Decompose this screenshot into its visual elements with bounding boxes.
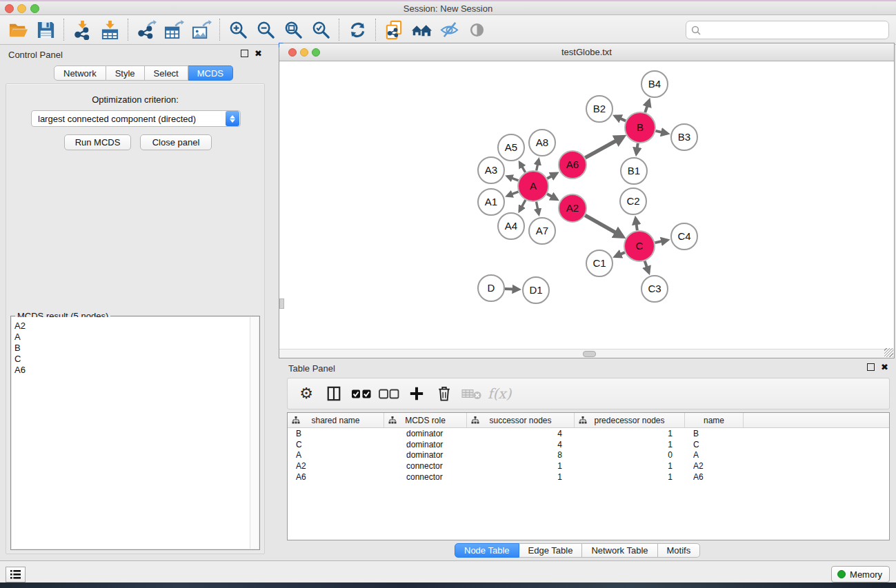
- cell-MCDS-role[interactable]: dominator: [384, 450, 467, 460]
- node-A2[interactable]: A2: [559, 194, 586, 222]
- float-table-panel-icon[interactable]: [867, 363, 875, 371]
- node-B4[interactable]: B4: [641, 71, 668, 97]
- table-row[interactable]: A6connector11A6: [288, 472, 889, 483]
- import-network-button[interactable]: [70, 18, 94, 41]
- cell-MCDS-role[interactable]: dominator: [384, 429, 467, 438]
- run-mcds-button[interactable]: Run MCDS: [64, 134, 131, 150]
- mcds-result-item[interactable]: A6: [14, 365, 259, 376]
- node-A7[interactable]: A7: [529, 218, 555, 244]
- copy-network-to-clipboard-button[interactable]: [382, 18, 406, 41]
- column-header-successor-nodes[interactable]: successor nodes: [467, 413, 575, 427]
- home-button[interactable]: [410, 18, 433, 41]
- node-D1[interactable]: D1: [523, 277, 549, 303]
- tab-mcds[interactable]: MCDS: [188, 65, 233, 81]
- cell-successor-nodes[interactable]: 4: [467, 429, 575, 438]
- edge-B-B1[interactable]: [637, 143, 638, 154]
- tab-select[interactable]: Select: [145, 65, 188, 81]
- zoom-out-button[interactable]: [254, 18, 277, 41]
- node-B1[interactable]: B1: [621, 158, 647, 184]
- mcds-result-list[interactable]: A2ABCA6: [12, 317, 259, 549]
- cell-shared-name[interactable]: A: [288, 450, 384, 460]
- show-tasks-button[interactable]: [6, 567, 26, 582]
- table-row[interactable]: Bdominator41B: [288, 428, 889, 439]
- cell-name[interactable]: B: [685, 429, 744, 438]
- open-file-button[interactable]: [6, 18, 30, 41]
- cell-name[interactable]: A6: [685, 472, 744, 482]
- delete-column-button[interactable]: [432, 382, 456, 405]
- horizontal-scrollbar[interactable]: [279, 349, 894, 358]
- select-all-columns-button[interactable]: [350, 382, 373, 405]
- node-A3[interactable]: A3: [478, 157, 504, 183]
- edge-A-A8[interactable]: [537, 159, 539, 170]
- edge-A-A7[interactable]: [537, 202, 539, 214]
- unselect-all-columns-button[interactable]: [377, 382, 401, 405]
- save-session-button[interactable]: [34, 18, 57, 41]
- edge-A-A2[interactable]: [547, 194, 557, 199]
- node-C[interactable]: C: [624, 231, 655, 261]
- node-C4[interactable]: C4: [671, 223, 697, 250]
- table-row[interactable]: Cdominator41C: [288, 439, 889, 450]
- cell-shared-name[interactable]: A6: [288, 472, 384, 482]
- tab-edge-table[interactable]: Edge Table: [519, 543, 583, 558]
- cell-successor-nodes[interactable]: 1: [467, 472, 575, 482]
- edge-A-A4[interactable]: [519, 200, 526, 211]
- memory-button[interactable]: Memory: [831, 566, 890, 582]
- close-panel-icon[interactable]: ✖: [255, 50, 262, 57]
- network-window-titlebar[interactable]: testGlobe.txt: [279, 43, 894, 61]
- zoom-fit-button[interactable]: [281, 18, 305, 41]
- node-A8[interactable]: A8: [529, 130, 555, 156]
- search-field[interactable]: [686, 21, 889, 39]
- edge-D-D1[interactable]: [505, 289, 519, 290]
- cell-predecessor-nodes[interactable]: 1: [575, 461, 685, 471]
- cell-shared-name[interactable]: A2: [288, 461, 384, 471]
- result-scrollbar[interactable]: [250, 317, 259, 549]
- node-A4[interactable]: A4: [498, 213, 524, 239]
- edge-C-C2[interactable]: [635, 219, 637, 230]
- refresh-button[interactable]: [346, 18, 369, 41]
- table-row[interactable]: Adominator80A: [288, 450, 889, 461]
- close-table-panel-icon[interactable]: ✖: [881, 363, 888, 371]
- cell-shared-name[interactable]: B: [288, 429, 384, 438]
- cell-successor-nodes[interactable]: 1: [467, 461, 575, 471]
- edge-C-C3[interactable]: [645, 261, 649, 273]
- cell-predecessor-nodes[interactable]: 0: [575, 450, 685, 460]
- column-header-shared-name[interactable]: shared name: [288, 413, 384, 427]
- edge-A-A5[interactable]: [519, 163, 525, 172]
- mcds-result-item[interactable]: C: [14, 354, 259, 365]
- close-panel-button[interactable]: Close panel: [140, 134, 212, 150]
- node-A1[interactable]: A1: [478, 189, 504, 215]
- vertical-scroll-thumb[interactable]: [279, 298, 284, 309]
- node-A5[interactable]: A5: [498, 134, 524, 161]
- toggle-panel-columns-button[interactable]: [322, 382, 346, 405]
- mcds-result-item[interactable]: A2: [14, 321, 259, 332]
- node-B3[interactable]: B3: [671, 124, 697, 150]
- table-row[interactable]: A2connector11A2: [288, 460, 889, 472]
- cell-shared-name[interactable]: C: [288, 440, 384, 449]
- add-column-button[interactable]: [405, 382, 428, 405]
- node-A6[interactable]: A6: [559, 151, 586, 179]
- tab-network[interactable]: Network: [54, 65, 106, 81]
- hide-network-button[interactable]: [437, 18, 461, 41]
- optimization-criterion-dropdown[interactable]: largest connected component (directed): [31, 110, 241, 127]
- show-graphics-details-button[interactable]: [465, 18, 488, 41]
- edge-C-C4[interactable]: [655, 240, 667, 243]
- cell-predecessor-nodes[interactable]: 1: [575, 429, 685, 438]
- tab-network-table[interactable]: Network Table: [582, 543, 657, 558]
- cell-MCDS-role[interactable]: connector: [384, 472, 467, 482]
- node-C1[interactable]: C1: [586, 250, 613, 276]
- node-B2[interactable]: B2: [586, 96, 613, 122]
- cell-name[interactable]: C: [685, 440, 744, 449]
- edge-A-A6[interactable]: [547, 173, 557, 179]
- column-header-predecessor-nodes[interactable]: predecessor nodes: [575, 413, 685, 427]
- column-header-name[interactable]: name: [685, 413, 744, 427]
- export-table-button[interactable]: [162, 18, 186, 41]
- cell-predecessor-nodes[interactable]: 1: [575, 440, 685, 449]
- cell-name[interactable]: A2: [685, 461, 744, 471]
- cell-successor-nodes[interactable]: 8: [467, 450, 575, 460]
- column-header-MCDS-role[interactable]: MCDS role: [384, 413, 467, 427]
- network-canvas[interactable]: B4B2BB3A8A5A6A3B1AA1C2A2A4A7C4CC1C3DD1: [279, 61, 894, 349]
- node-C2[interactable]: C2: [620, 188, 646, 214]
- cell-MCDS-role[interactable]: connector: [384, 461, 467, 471]
- edge-A-A3[interactable]: [507, 176, 518, 181]
- export-image-button[interactable]: [190, 18, 213, 41]
